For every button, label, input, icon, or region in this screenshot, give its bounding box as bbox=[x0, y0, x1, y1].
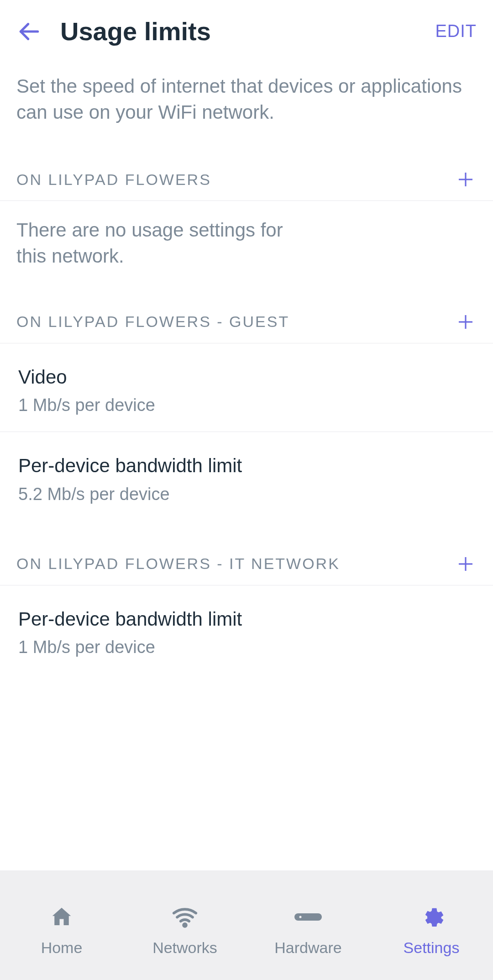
nav-settings[interactable]: Settings bbox=[370, 870, 493, 980]
svg-point-7 bbox=[184, 923, 186, 926]
limit-subtext: 5.2 Mb/s per device bbox=[18, 485, 477, 504]
limit-item-video[interactable]: Video 1 Mb/s per device bbox=[0, 343, 493, 432]
nav-label: Hardware bbox=[274, 939, 341, 957]
limit-item-per-device[interactable]: Per-device bandwidth limit 5.2 Mb/s per … bbox=[0, 432, 493, 521]
section-label: ON LILYPAD FLOWERS - GUEST bbox=[16, 313, 289, 331]
plus-icon[interactable] bbox=[456, 313, 475, 331]
section-header-lilypad-flowers-guest: ON LILYPAD FLOWERS - GUEST bbox=[0, 297, 493, 343]
home-icon bbox=[47, 902, 76, 932]
header: Usage limits EDIT bbox=[0, 0, 493, 60]
svg-point-9 bbox=[299, 916, 302, 918]
gear-icon bbox=[417, 902, 446, 932]
limit-title: Per-device bandwidth limit bbox=[18, 607, 274, 632]
back-icon[interactable] bbox=[16, 19, 42, 44]
nav-label: Settings bbox=[404, 939, 460, 957]
section-label: ON LILYPAD FLOWERS - IT NETWORK bbox=[16, 555, 340, 573]
limit-subtext: 1 Mb/s per device bbox=[18, 395, 477, 415]
edit-button[interactable]: EDIT bbox=[435, 21, 477, 41]
empty-message: There are no usage settings for this net… bbox=[0, 201, 310, 285]
section-label: ON LILYPAD FLOWERS bbox=[16, 171, 211, 189]
section-header-lilypad-flowers: ON LILYPAD FLOWERS bbox=[0, 154, 493, 201]
nav-networks[interactable]: Networks bbox=[123, 870, 246, 980]
nav-home[interactable]: Home bbox=[0, 870, 123, 980]
plus-icon[interactable] bbox=[456, 555, 475, 573]
limit-item-per-device[interactable]: Per-device bandwidth limit 1 Mb/s per de… bbox=[0, 585, 493, 674]
nav-label: Home bbox=[41, 939, 83, 957]
nav-hardware[interactable]: Hardware bbox=[246, 870, 370, 980]
svg-rect-8 bbox=[294, 913, 322, 921]
page-title: Usage limits bbox=[60, 16, 417, 46]
limit-title: Per-device bandwidth limit bbox=[18, 454, 274, 478]
nav-label: Networks bbox=[152, 939, 217, 957]
page-description: Set the speed of internet that devices o… bbox=[0, 60, 493, 143]
section-header-lilypad-flowers-it: ON LILYPAD FLOWERS - IT NETWORK bbox=[0, 539, 493, 585]
limit-subtext: 1 Mb/s per device bbox=[18, 638, 477, 657]
plus-icon[interactable] bbox=[456, 170, 475, 189]
bottom-nav: Home Networks Hardware Settings bbox=[0, 870, 493, 980]
hardware-icon bbox=[294, 902, 323, 932]
limit-title: Video bbox=[18, 365, 274, 390]
wifi-icon bbox=[170, 902, 199, 932]
